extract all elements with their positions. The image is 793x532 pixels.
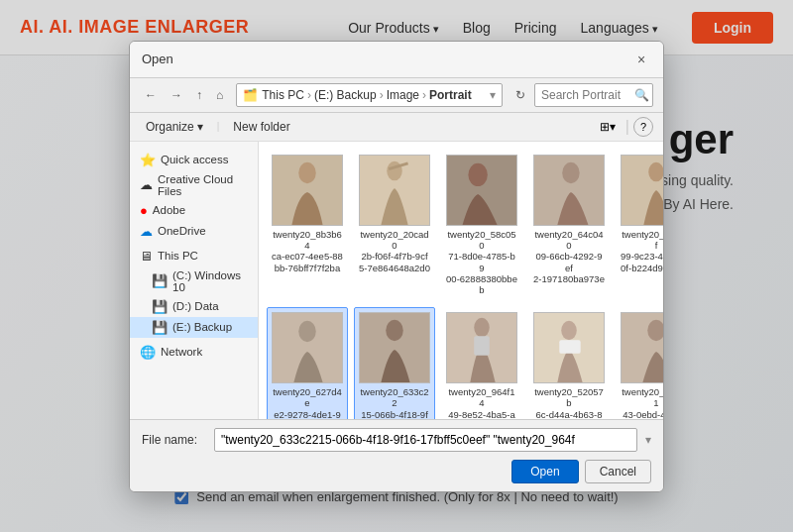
sidebar-item-data[interactable]: 💾 (D:) Data	[130, 296, 258, 317]
file-thumb-6	[272, 312, 343, 383]
data-icon: 💾	[152, 299, 168, 314]
file-item-4[interactable]: twenty20_64c04009-66cb-4292-9ef2-197180b…	[528, 150, 610, 301]
cancel-button[interactable]: Cancel	[585, 460, 651, 483]
filename-row: File name: ▾	[142, 428, 651, 452]
file-item-7[interactable]: twenty20_633c2215-066b-4f18-9f16-17fbff5…	[354, 307, 435, 419]
help-button[interactable]: ?	[633, 117, 653, 137]
file-name-2: twenty20_20cad02b-f06f-4f7b-9cf5-7e86464…	[359, 229, 430, 274]
file-item-10[interactable]: twenty20_40247143-0ebd-4ead-9e1c-f67230f…	[616, 307, 663, 419]
up-button[interactable]: ↑	[191, 85, 207, 105]
file-thumb-1	[272, 155, 343, 226]
svg-point-8	[562, 161, 580, 182]
organize-arrow-icon: ▾	[197, 120, 203, 134]
file-name-1: twenty20_8b3b64ca-ec07-4ee5-88bb-76bff7f…	[272, 229, 343, 274]
back-button[interactable]: ←	[140, 85, 162, 105]
file-thumb-3	[446, 155, 517, 226]
sidebar-item-network[interactable]: 🌐 Network	[130, 342, 258, 363]
sidebar-section-quickaccess: ⭐ Quick access ☁ Creative Cloud Files ● …	[130, 148, 258, 365]
svg-point-16	[474, 318, 490, 337]
recent-button[interactable]: ⌂	[211, 85, 228, 105]
folder-icon: 🗂️	[243, 88, 258, 102]
sidebar-item-backup[interactable]: 💾 (E:) Backup	[130, 317, 258, 338]
file-item-6[interactable]: twenty20_627d4ee2-9278-4de1-94dd-4c81c3d…	[267, 307, 348, 419]
svg-point-1	[298, 161, 316, 182]
file-item-5[interactable]: twenty20_64ddaf99-9c23-4c94-8b0f-b224d99…	[616, 150, 663, 301]
organize-button[interactable]: Organize ▾	[140, 118, 209, 136]
quickaccess-icon: ⭐	[140, 153, 156, 167]
svg-point-14	[386, 320, 403, 341]
svg-rect-20	[559, 340, 580, 354]
sidebar-item-thispc[interactable]: 🖥 This PC	[130, 246, 258, 266]
file-thumb-10	[621, 312, 663, 383]
breadcrumb-backup[interactable]: (E:) Backup	[314, 88, 377, 102]
dialog-overlay: Open × ← → ↑ ⌂ 🗂️ This PC › (E:) Backup …	[0, 0, 793, 532]
open-button[interactable]: Open	[511, 460, 578, 483]
filename-dropdown-icon[interactable]: ▾	[645, 433, 651, 447]
breadcrumb-bar: 🗂️ This PC › (E:) Backup › Image › Portr…	[236, 83, 503, 107]
filename-label: File name:	[142, 433, 206, 447]
toolbar-right: ⊞▾ | ?	[594, 117, 653, 137]
file-name-5: twenty20_64ddaf99-9c23-4c94-8b0f-b224d99…	[621, 229, 663, 274]
dialog-sidebar: ⭐ Quick access ☁ Creative Cloud Files ● …	[130, 142, 259, 419]
file-item-3[interactable]: twenty20_58c05071-8d0e-4785-b900-6288838…	[441, 150, 522, 301]
file-thumb-5	[621, 155, 663, 226]
backup-icon: 💾	[152, 320, 168, 335]
file-thumb-4	[533, 155, 605, 226]
search-icon: 🔍	[634, 88, 649, 102]
dialog-titlebar: Open ×	[130, 42, 663, 78]
sidebar-item-windows[interactable]: 💾 (C:) Windows 10	[130, 266, 258, 296]
breadcrumb-portrait[interactable]: Portrait	[429, 88, 472, 102]
file-name-3: twenty20_58c05071-8d0e-4785-b900-6288838…	[446, 229, 517, 296]
svg-point-12	[298, 321, 316, 342]
file-grid: twenty20_8b3b64ca-ec07-4ee5-88bb-76bff7f…	[267, 150, 655, 419]
dialog-close-button[interactable]: ×	[631, 50, 651, 69]
file-item-1[interactable]: twenty20_8b3b64ca-ec07-4ee5-88bb-76bff7f…	[267, 150, 348, 301]
search-input[interactable]	[541, 88, 630, 102]
file-name-9: twenty20_52057b6c-d44a-4b63-8ba3-a82b50b…	[533, 386, 605, 419]
file-item-2[interactable]: twenty20_20cad02b-f06f-4f7b-9cf5-7e86464…	[354, 150, 435, 301]
breadcrumb-pc[interactable]: This PC	[262, 88, 304, 102]
dialog-title: Open	[142, 52, 173, 66]
sidebar-item-quickaccess[interactable]: ⭐ Quick access	[130, 150, 258, 170]
file-item-9[interactable]: twenty20_52057b6c-d44a-4b63-8ba3-a82b50b…	[528, 307, 610, 419]
svg-point-6	[468, 162, 487, 185]
breadcrumb-image[interactable]: Image	[387, 88, 419, 102]
file-grid-area[interactable]: twenty20_8b3b64ca-ec07-4ee5-88bb-76bff7f…	[259, 142, 663, 419]
sidebar-item-adobe[interactable]: ● Adobe	[130, 200, 258, 221]
refresh-button[interactable]: ↻	[510, 85, 530, 105]
file-item-8[interactable]: twenty20_964f1449-8e52-4ba5-a9d8-892f94b…	[441, 307, 522, 419]
file-name-4: twenty20_64c04009-66cb-4292-9ef2-197180b…	[533, 229, 605, 285]
windows-icon: 💾	[152, 273, 168, 288]
view-button[interactable]: ⊞▾	[594, 117, 622, 137]
dialog-nav: ← → ↑ ⌂ 🗂️ This PC › (E:) Backup › Image…	[130, 78, 663, 113]
sidebar-item-creativecloud[interactable]: ☁ Creative Cloud Files	[130, 170, 258, 200]
dialog-body: ⭐ Quick access ☁ Creative Cloud Files ● …	[130, 142, 663, 419]
sidebar-item-onedrive[interactable]: ☁ OneDrive	[130, 221, 258, 242]
file-name-8: twenty20_964f1449-8e52-4ba5-a9d8-892f94b…	[446, 386, 517, 419]
new-folder-button[interactable]: New folder	[227, 118, 295, 136]
dialog-footer: File name: ▾ Open Cancel	[130, 419, 663, 491]
breadcrumb-dropdown[interactable]: ▾	[490, 88, 496, 102]
dialog-actions: Open Cancel	[142, 460, 651, 483]
svg-rect-17	[474, 336, 490, 355]
file-name-10: twenty20_40247143-0ebd-4ead-9e1c-f67230f…	[621, 386, 663, 419]
onedrive-icon: ☁	[140, 224, 153, 239]
file-name-7: twenty20_633c2215-066b-4f18-9f16-17fbff5…	[359, 386, 430, 419]
svg-point-19	[561, 321, 577, 340]
dialog-toolbar: Organize ▾ | New folder ⊞▾ | ?	[130, 113, 663, 142]
creativecloud-icon: ☁	[140, 177, 153, 192]
network-icon: 🌐	[140, 345, 156, 360]
file-thumb-8	[446, 312, 517, 383]
filename-input[interactable]	[214, 428, 637, 452]
file-thumb-7	[359, 312, 430, 383]
thispc-icon: 🖥	[140, 249, 153, 264]
adobe-icon: ●	[140, 203, 148, 218]
file-thumb-9	[533, 312, 605, 383]
file-thumb-2	[359, 155, 430, 226]
file-name-6: twenty20_627d4ee2-9278-4de1-94dd-4c81c3d…	[272, 386, 343, 419]
file-dialog: Open × ← → ↑ ⌂ 🗂️ This PC › (E:) Backup …	[129, 41, 664, 492]
search-box[interactable]: 🔍	[534, 83, 653, 107]
forward-button[interactable]: →	[166, 85, 187, 105]
